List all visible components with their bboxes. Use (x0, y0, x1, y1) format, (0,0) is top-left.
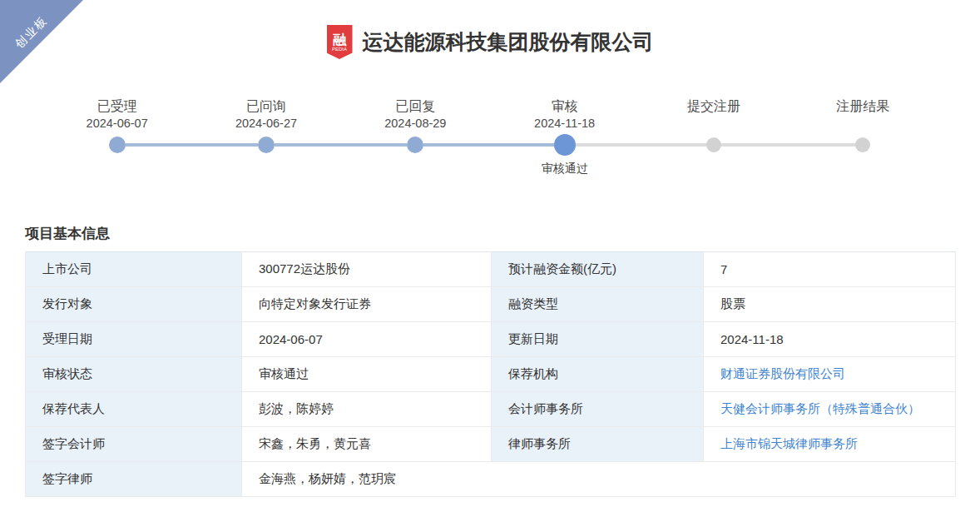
logo-subtext: PEDIA (332, 47, 347, 52)
field-label: 发行对象 (26, 287, 242, 322)
step-name: 提交注册 (639, 97, 788, 115)
review-progress-stepper: 已受理 2024-06-07 已问询 2024-06-27 已回复 2024-0… (42, 97, 938, 176)
field-value: 向特定对象发行证券 (242, 287, 492, 322)
table-row: 审核状态 审核通过 保荐机构 财通证券股份有限公司 (26, 357, 956, 392)
project-basic-info-table: 上市公司 300772运达股份 预计融资金额(亿元) 7 发行对象 向特定对象发… (25, 251, 956, 497)
step-date: 2024-08-29 (341, 115, 490, 132)
table-row: 保荐代表人 彭波，陈婷婷 会计师事务所 天健会计师事务所（特殊普通合伙） (26, 392, 956, 427)
field-label: 更新日期 (492, 322, 704, 357)
field-label: 会计师事务所 (492, 392, 704, 427)
field-value: 金海燕，杨妍婧，范玥宸 (242, 462, 956, 497)
step-replied: 已回复 2024-08-29 (341, 97, 490, 176)
step-date: 2024-11-18 (490, 115, 639, 132)
field-label: 融资类型 (492, 287, 704, 322)
table-row: 发行对象 向特定对象发行证券 融资类型 股票 (26, 287, 956, 322)
field-value: 彭波，陈婷婷 (242, 392, 492, 427)
field-label: 律师事务所 (492, 427, 704, 462)
step-date (639, 115, 788, 132)
field-value: 2024-06-07 (242, 322, 492, 357)
step-review: 审核 2024-11-18 审核通过 (490, 97, 639, 176)
field-value: 审核通过 (242, 357, 492, 392)
step-submit-registration: 提交注册 (639, 97, 788, 176)
page-header: 融 PEDIA 运达能源科技集团股份有限公司 (0, 0, 980, 59)
field-value: 宋鑫，朱勇，黄元喜 (242, 427, 492, 462)
step-dot (407, 137, 423, 153)
field-label: 保荐机构 (492, 357, 704, 392)
field-value: 2024-11-18 (704, 322, 956, 357)
field-label: 签字律师 (26, 462, 242, 497)
review-result-label: 审核通过 (490, 160, 639, 176)
step-date: 2024-06-07 (42, 115, 191, 132)
field-value: 300772运达股份 (242, 252, 492, 287)
field-label: 保荐代表人 (26, 392, 242, 427)
logo-char: 融 (333, 32, 346, 47)
step-name: 注册结果 (789, 97, 938, 115)
step-dot (554, 134, 576, 156)
rong-logo-icon: 融 PEDIA (327, 25, 353, 59)
step-inquired: 已问询 2024-06-27 (191, 97, 340, 176)
section-title-basic-info: 项目基本信息 (25, 224, 980, 243)
law-firm-link[interactable]: 上海市锦天城律师事务所 (720, 436, 858, 450)
table-row: 签字律师 金海燕，杨妍婧，范玥宸 (26, 462, 956, 497)
field-label: 审核状态 (26, 357, 242, 392)
step-name: 已问询 (191, 97, 340, 115)
field-value: 股票 (704, 287, 956, 322)
step-name: 已受理 (42, 97, 191, 115)
step-dot (706, 137, 721, 152)
step-accepted: 已受理 2024-06-07 (42, 97, 191, 176)
step-registration-result: 注册结果 (789, 97, 938, 176)
field-label: 签字会计师 (26, 427, 242, 462)
step-dot (109, 137, 126, 153)
table-row: 签字会计师 宋鑫，朱勇，黄元喜 律师事务所 上海市锦天城律师事务所 (26, 427, 956, 462)
table-row: 上市公司 300772运达股份 预计融资金额(亿元) 7 (26, 252, 956, 287)
step-name: 审核 (490, 97, 639, 115)
field-label: 预计融资金额(亿元) (492, 252, 704, 287)
step-name: 已回复 (341, 97, 490, 115)
accounting-firm-link[interactable]: 天健会计师事务所（特殊普通合伙） (720, 401, 920, 415)
field-value: 7 (704, 252, 956, 287)
step-date (789, 115, 938, 132)
field-label: 上市公司 (26, 252, 242, 287)
field-label: 受理日期 (26, 322, 242, 357)
company-title: 运达能源科技集团股份有限公司 (363, 28, 654, 56)
step-dot (258, 137, 275, 153)
table-row: 受理日期 2024-06-07 更新日期 2024-11-18 (26, 322, 956, 357)
step-date: 2024-06-27 (191, 115, 340, 132)
sponsor-link[interactable]: 财通证券股份有限公司 (720, 366, 845, 380)
step-dot (855, 137, 870, 152)
